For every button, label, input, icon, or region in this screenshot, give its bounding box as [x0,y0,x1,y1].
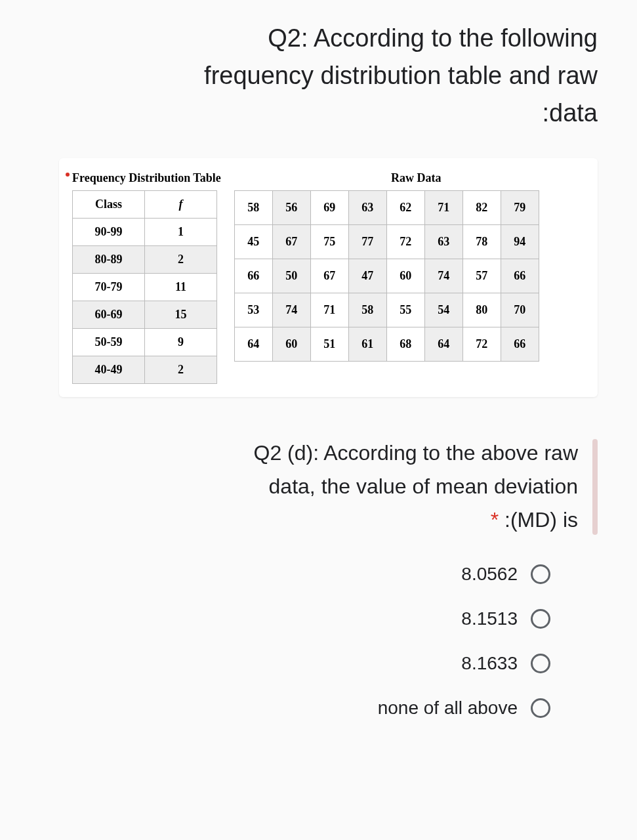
raw-cell: 69 [310,191,348,225]
raw-cell: 71 [310,293,348,327]
table-row: 58 56 69 63 62 71 82 79 [234,191,539,225]
radio-icon[interactable] [531,698,550,718]
raw-cell: 94 [501,225,539,259]
tables-container: Frequency Distribution Table Class f 90-… [59,158,598,397]
table-row: 53 74 71 58 55 54 80 70 [234,293,539,327]
option-2[interactable]: 8.1513 [138,608,550,629]
raw-cell: 56 [272,191,310,225]
raw-cell: 66 [501,327,539,362]
required-asterisk: * [491,508,504,532]
option-label: 8.1633 [461,653,518,674]
raw-cell: 72 [462,327,501,362]
table-row: 66 50 67 47 60 74 57 66 [234,259,539,293]
table-row: 90-99 1 [73,219,217,246]
raw-section-title: Raw Data [234,171,539,185]
table-row: 70-79 11 [73,274,217,301]
raw-cell: 55 [386,293,424,327]
radio-icon[interactable] [531,654,550,673]
option-3[interactable]: 8.1633 [138,653,550,674]
raw-cell: 67 [272,225,310,259]
freq-class: 90-99 [73,219,145,246]
freq-section-title: Frequency Distribution Table [72,171,221,185]
raw-cell: 72 [386,225,424,259]
raw-cell: 60 [386,259,424,293]
raw-cell: 50 [272,259,310,293]
table-row: 50-59 9 [73,329,217,356]
raw-cell: 54 [424,293,462,327]
raw-cell: 58 [234,191,272,225]
title-line-1: Q2: According to the following [268,24,598,52]
table-row: 80-89 2 [73,246,217,274]
raw-cell: 68 [386,327,424,362]
freq-f: 9 [145,329,217,356]
raw-cell: 64 [424,327,462,362]
raw-cell: 67 [310,259,348,293]
option-label: 8.1513 [461,608,518,629]
freq-f: 2 [145,246,217,274]
raw-cell: 66 [234,259,272,293]
raw-cell: 77 [348,225,386,259]
title-line-2: frequency distribution table and raw [204,62,598,89]
freq-class: 50-59 [73,329,145,356]
option-label: 8.0562 [461,564,518,585]
option-label: none of all above [378,698,518,719]
raw-cell: 53 [234,293,272,327]
freq-f: 2 [145,356,217,384]
table-row: 40-49 2 [73,356,217,384]
question-title: Q2: According to the following frequency… [59,20,598,132]
radio-icon[interactable] [531,564,550,584]
title-line-3: :data [542,99,598,127]
table-row: 45 67 75 77 72 63 78 94 [234,225,539,259]
accent-bar [592,439,598,535]
raw-cell: 47 [348,259,386,293]
freq-class: 60-69 [73,301,145,329]
raw-cell: 79 [501,191,539,225]
q2-line-2: data, the value of mean deviation [269,474,578,498]
frequency-table: Class f 90-99 1 80-89 2 70-79 11 60-69 [72,190,217,384]
raw-cell: 82 [462,191,501,225]
freq-f: 11 [145,274,217,301]
freq-class: 70-79 [73,274,145,301]
raw-cell: 75 [310,225,348,259]
radio-icon[interactable] [531,609,550,629]
freq-f: 15 [145,301,217,329]
raw-cell: 80 [462,293,501,327]
table-row: 64 60 51 61 68 64 72 66 [234,327,539,362]
raw-cell: 60 [272,327,310,362]
freq-f: 1 [145,219,217,246]
raw-cell: 64 [234,327,272,362]
table-row: 60-69 15 [73,301,217,329]
freq-class: 80-89 [73,246,145,274]
raw-cell: 63 [424,225,462,259]
freq-header-class: Class [73,191,145,219]
raw-cell: 57 [462,259,501,293]
q2-line-3: :(MD) is [504,508,578,532]
raw-cell: 74 [424,259,462,293]
raw-cell: 58 [348,293,386,327]
raw-cell: 45 [234,225,272,259]
option-1[interactable]: 8.0562 [138,564,550,585]
raw-cell: 78 [462,225,501,259]
sub-question: Q2 (d): According to the above raw data,… [59,436,598,537]
q2-line-1: Q2 (d): According to the above raw [254,441,578,465]
raw-cell: 61 [348,327,386,362]
raw-data-block: Raw Data 58 56 69 63 62 71 82 79 45 67 7… [234,171,539,362]
options-group: 8.0562 8.1513 8.1633 none of all above [59,564,598,719]
raw-cell: 63 [348,191,386,225]
raw-cell: 71 [424,191,462,225]
raw-cell: 70 [501,293,539,327]
option-4[interactable]: none of all above [138,698,550,719]
freq-header-f: f [145,191,217,219]
raw-cell: 62 [386,191,424,225]
freq-class: 40-49 [73,356,145,384]
raw-cell: 51 [310,327,348,362]
raw-cell: 66 [501,259,539,293]
raw-cell: 74 [272,293,310,327]
raw-data-table: 58 56 69 63 62 71 82 79 45 67 75 77 72 6… [234,190,539,362]
frequency-table-block: Frequency Distribution Table Class f 90-… [72,171,221,384]
